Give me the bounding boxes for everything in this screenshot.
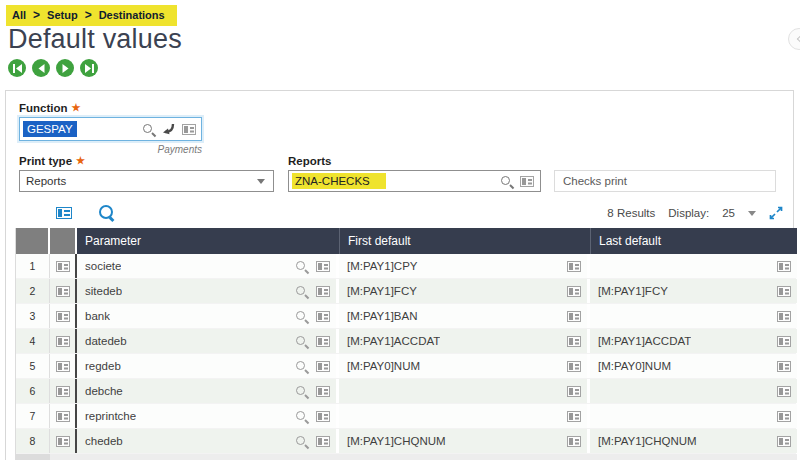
detail-card-icon[interactable]	[316, 336, 330, 347]
search-icon[interactable]	[295, 310, 308, 323]
first-default-value: [M:PAY0]NUM	[347, 360, 420, 372]
print-type-label-text: Print type	[19, 155, 72, 167]
detail-card-icon[interactable]	[520, 176, 534, 187]
search-icon[interactable]	[500, 175, 513, 188]
row-detail-button[interactable]	[50, 254, 77, 278]
detail-card-icon	[56, 436, 70, 447]
search-icon[interactable]	[295, 385, 308, 398]
column-header-first-default: First default	[339, 228, 590, 254]
reports-description-field: Checks print	[554, 170, 776, 192]
parameter-value: bank	[85, 310, 110, 322]
search-icon[interactable]	[295, 410, 308, 423]
default-values-screen: All > Setup > Destinations Default value…	[0, 0, 800, 460]
row-detail-button[interactable]	[50, 354, 77, 378]
detail-card-icon[interactable]	[316, 261, 330, 272]
search-icon[interactable]	[295, 335, 308, 348]
row-number: 8	[16, 429, 50, 453]
detail-card-icon[interactable]	[567, 411, 581, 422]
function-input[interactable]: GESPAY	[19, 117, 202, 141]
row-detail-button[interactable]	[50, 329, 77, 353]
table-row: 8 chedeb [M:PAY1]CHQNUM [M:PAY1]CHQNUM	[16, 429, 796, 454]
detail-card-icon[interactable]	[777, 261, 791, 272]
detail-card-icon[interactable]	[316, 361, 330, 372]
required-star-icon: ★	[72, 103, 81, 113]
row-detail-button[interactable]	[50, 304, 77, 328]
detail-card-icon[interactable]	[777, 361, 791, 372]
print-type-select[interactable]: Reports	[19, 170, 274, 192]
jump-to-function-icon[interactable]	[162, 123, 175, 136]
reports-description-text: Checks print	[563, 175, 627, 187]
first-record-icon	[13, 64, 22, 73]
breadcrumb-all[interactable]: All	[12, 9, 26, 21]
form-panel: Function ★ GESPAY Payments Print type ★ …	[5, 90, 794, 460]
detail-card-icon[interactable]	[567, 261, 581, 272]
previous-record-button[interactable]	[32, 59, 50, 77]
search-icon[interactable]	[295, 435, 308, 448]
detail-card-icon[interactable]	[777, 311, 791, 322]
detail-card-icon[interactable]	[316, 436, 330, 447]
parameters-table: Parameter First default Last default 1 s…	[15, 228, 796, 460]
last-record-button[interactable]	[80, 59, 98, 77]
breadcrumb-setup[interactable]: Setup	[47, 9, 78, 21]
breadcrumb-separator: >	[85, 8, 92, 22]
detail-card-icon[interactable]	[777, 386, 791, 397]
parameter-value: datedeb	[85, 335, 127, 347]
row-detail-button[interactable]	[50, 404, 77, 428]
breadcrumb-destinations[interactable]: Destinations	[99, 9, 165, 21]
row-detail-button[interactable]	[50, 429, 77, 453]
detail-card-icon[interactable]	[567, 436, 581, 447]
expand-grid-icon[interactable]	[769, 206, 783, 220]
print-type-label: Print type ★	[19, 155, 85, 167]
first-record-button[interactable]	[8, 59, 26, 77]
detail-card-icon[interactable]	[567, 286, 581, 297]
display-label: Display:	[668, 207, 709, 219]
next-record-button[interactable]	[56, 59, 74, 77]
detail-card-icon[interactable]	[777, 436, 791, 447]
reports-input[interactable]: ZNA-CHECKS	[288, 170, 541, 192]
column-header-last-default: Last default	[590, 228, 797, 254]
previous-record-icon	[37, 64, 46, 73]
table-row: 1 societe [M:PAY1]CPY	[16, 254, 796, 279]
page-title: Default values	[8, 24, 182, 55]
grid-search-icon[interactable]	[98, 204, 115, 221]
detail-card-icon[interactable]	[567, 386, 581, 397]
search-icon[interactable]	[295, 285, 308, 298]
detail-card-icon	[56, 411, 70, 422]
table-row: 4 datedeb [M:PAY1]ACCDAT [M:PAY1]ACCDAT	[16, 329, 796, 354]
detail-card-icon[interactable]	[567, 336, 581, 347]
detail-card-icon[interactable]	[567, 311, 581, 322]
search-icon[interactable]	[295, 260, 308, 273]
detail-card-icon[interactable]	[316, 411, 330, 422]
chevron-down-icon[interactable]	[748, 211, 756, 216]
first-default-value: [M:PAY1]CHQNUM	[347, 435, 446, 447]
parameter-value: debche	[85, 385, 123, 397]
detail-card-icon[interactable]	[777, 336, 791, 347]
row-number: 3	[16, 304, 50, 328]
detail-card-icon[interactable]	[567, 361, 581, 372]
detail-card-icon[interactable]	[777, 411, 791, 422]
last-default-value: [M:PAY1]FCY	[598, 285, 668, 297]
detail-card-icon[interactable]	[777, 286, 791, 297]
function-label-text: Function	[19, 102, 68, 114]
detail-card-icon[interactable]	[182, 124, 196, 135]
grid-detail-card-icon[interactable]	[56, 207, 72, 219]
record-navigation	[8, 59, 98, 77]
search-icon[interactable]	[295, 360, 308, 373]
detail-card-icon	[56, 361, 70, 372]
search-icon[interactable]	[142, 123, 155, 136]
row-detail-button[interactable]	[50, 379, 77, 403]
side-panel-handle[interactable]	[788, 28, 800, 50]
detail-card-icon[interactable]	[316, 311, 330, 322]
detail-card-icon[interactable]	[316, 386, 330, 397]
reports-label: Reports	[288, 155, 331, 167]
detail-card-icon[interactable]	[316, 286, 330, 297]
function-helper-text: Payments	[19, 144, 202, 155]
detail-card-icon	[56, 386, 70, 397]
page-size-value[interactable]: 25	[722, 207, 735, 219]
row-number: 7	[16, 404, 50, 428]
table-row: 7 reprintche	[16, 404, 796, 429]
detail-card-icon	[56, 336, 70, 347]
row-number: 1	[16, 254, 50, 278]
parameter-value: regdeb	[85, 360, 121, 372]
row-detail-button[interactable]	[50, 279, 77, 303]
